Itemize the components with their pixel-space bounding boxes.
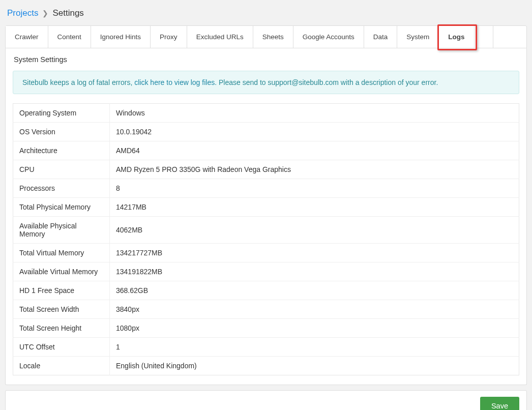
property-label: Total Screen Height	[13, 319, 110, 338]
property-value: English (United Kingdom)	[110, 357, 519, 375]
property-value: 4062MB	[110, 217, 519, 244]
tab-crawler[interactable]: Crawler	[6, 26, 48, 48]
tab-system[interactable]: System	[397, 26, 439, 48]
property-value: 1	[110, 338, 519, 357]
property-value: 8	[110, 179, 519, 198]
property-value: 134191822MB	[110, 262, 519, 281]
system-settings-panel: System Settings Sitebulb keeps a log of …	[5, 48, 527, 385]
system-properties-table: Operating SystemWindowsOS Version10.0.19…	[13, 103, 519, 375]
table-row: CPUAMD Ryzen 5 PRO 3350G with Radeon Veg…	[13, 160, 519, 179]
table-row: HD 1 Free Space368.62GB	[13, 281, 519, 300]
tab-excluded-urls[interactable]: Excluded URLs	[187, 26, 253, 48]
settings-tabs: CrawlerContentIgnored HintsProxyExcluded…	[5, 25, 527, 48]
table-row: OS Version10.0.19042	[13, 123, 519, 141]
breadcrumb-root-link[interactable]: Projects	[7, 8, 38, 18]
tab-google-accounts[interactable]: Google Accounts	[293, 26, 364, 48]
breadcrumb: Projects ❯ Settings	[5, 5, 527, 25]
property-label: HD 1 Free Space	[13, 281, 110, 300]
logs-info-box: Sitebulb keeps a log of fatal errors, cl…	[13, 71, 519, 94]
property-value: AMD64	[110, 141, 519, 160]
property-value: AMD Ryzen 5 PRO 3350G with Radeon Vega G…	[110, 160, 519, 179]
property-value: 1080px	[110, 319, 519, 338]
table-row: UTC Offset1	[13, 338, 519, 357]
tab-data[interactable]: Data	[364, 26, 398, 48]
save-button[interactable]: Save	[480, 397, 519, 410]
property-value: 134217727MB	[110, 244, 519, 262]
property-label: Total Virtual Memory	[13, 244, 110, 262]
property-label: UTC Offset	[13, 338, 110, 357]
property-label: Operating System	[13, 104, 110, 123]
property-label: Total Physical Memory	[13, 198, 110, 217]
tab-filler	[475, 26, 493, 48]
breadcrumb-current: Settings	[52, 8, 83, 18]
property-label: Available Virtual Memory	[13, 262, 110, 281]
table-row: Total Screen Width3840px	[13, 300, 519, 319]
property-value: 14217MB	[110, 198, 519, 217]
chevron-right-icon: ❯	[42, 9, 48, 17]
table-row: Total Virtual Memory134217727MB	[13, 244, 519, 262]
property-value: 10.0.19042	[110, 123, 519, 141]
table-row: Processors8	[13, 179, 519, 198]
property-value: 368.62GB	[110, 281, 519, 300]
table-row: Operating SystemWindows	[13, 104, 519, 123]
table-row: Available Virtual Memory134191822MB	[13, 262, 519, 281]
tab-sheets[interactable]: Sheets	[253, 26, 293, 48]
property-label: Architecture	[13, 141, 110, 160]
property-label: Total Screen Width	[13, 300, 110, 319]
property-value: Windows	[110, 104, 519, 123]
property-label: Processors	[13, 179, 110, 198]
property-label: OS Version	[13, 123, 110, 141]
property-label: Locale	[13, 357, 110, 375]
tab-proxy[interactable]: Proxy	[151, 26, 187, 48]
tab-content[interactable]: Content	[48, 26, 91, 48]
table-row: LocaleEnglish (United Kingdom)	[13, 357, 519, 375]
table-row: ArchitectureAMD64	[13, 141, 519, 160]
tab-logs[interactable]: Logs	[439, 26, 474, 48]
table-row: Total Physical Memory14217MB	[13, 198, 519, 217]
property-label: CPU	[13, 160, 110, 179]
footer-bar: Save	[5, 390, 527, 410]
info-text-prefix: Sitebulb keeps a log of fatal errors,	[22, 78, 134, 86]
table-row: Total Screen Height1080px	[13, 319, 519, 338]
property-label: Available Physical Memory	[13, 217, 110, 244]
tab-ignored-hints[interactable]: Ignored Hints	[91, 26, 151, 48]
info-text-suffix: . Please send to support@sitebulb.com wi…	[215, 78, 438, 86]
table-row: Available Physical Memory4062MB	[13, 217, 519, 244]
view-log-files-link[interactable]: click here to view log files	[134, 78, 215, 86]
property-value: 3840px	[110, 300, 519, 319]
panel-title: System Settings	[13, 55, 519, 64]
